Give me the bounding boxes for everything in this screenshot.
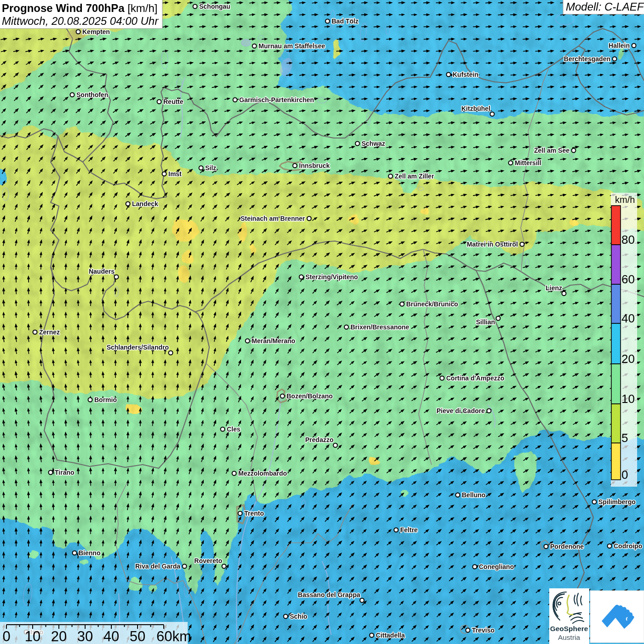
svg-text:Imst: Imst (168, 170, 182, 178)
svg-text:Feltre: Feltre (400, 526, 418, 534)
svg-text:Schio: Schio (290, 613, 307, 620)
svg-text:Landeck: Landeck (132, 200, 158, 207)
svg-text:10: 10 (25, 628, 40, 644)
svg-text:Bormio: Bormio (94, 396, 117, 403)
svg-text:Innsbruck: Innsbruck (299, 162, 330, 169)
svg-text:km/h: km/h (615, 195, 635, 205)
svg-text:Reutte: Reutte (163, 98, 184, 105)
svg-text:Bozen/Bolzano: Bozen/Bolzano (287, 392, 333, 400)
svg-text:Hallein: Hallein (609, 42, 630, 49)
svg-text:Trento: Trento (244, 510, 264, 517)
svg-text:Mittersill: Mittersill (515, 159, 541, 167)
svg-text:Pordenone: Pordenone (550, 543, 584, 550)
svg-text:40: 40 (104, 628, 119, 644)
svg-text:Cittadella: Cittadella (376, 632, 405, 639)
svg-text:Treviso: Treviso (472, 627, 494, 634)
svg-text:Rovereto: Rovereto (194, 557, 222, 564)
svg-text:Codroipo: Codroipo (614, 542, 642, 550)
svg-text:60km: 60km (156, 628, 191, 644)
svg-text:20: 20 (621, 352, 635, 366)
svg-text:Modell: C-LAEF: Modell: C-LAEF (566, 0, 644, 13)
svg-text:Schongau: Schongau (199, 3, 230, 10)
svg-text:Matrei in Osttirol: Matrei in Osttirol (467, 241, 518, 248)
svg-text:Bassano del Grappa: Bassano del Grappa (298, 591, 361, 598)
svg-text:Garmisch-Partenkirchen: Garmisch-Partenkirchen (239, 96, 314, 104)
svg-text:Conegliano: Conegliano (479, 563, 514, 570)
svg-text:Murnau am Staffelsee: Murnau am Staffelsee (259, 42, 325, 50)
svg-text:Silz: Silz (205, 164, 216, 172)
svg-text:0: 0 (621, 468, 628, 482)
svg-text:Kempten: Kempten (82, 28, 110, 35)
svg-text:Bienno: Bienno (79, 549, 100, 557)
svg-text:Sillian: Sillian (476, 318, 495, 326)
svg-text:Mezzolombardo: Mezzolombardo (238, 470, 287, 477)
svg-text:Schwaz: Schwaz (362, 140, 385, 147)
svg-text:10: 10 (621, 392, 635, 406)
svg-text:30: 30 (77, 628, 93, 644)
svg-text:0: 0 (2, 628, 10, 644)
svg-text:Nauders: Nauders (89, 268, 115, 275)
svg-text:5: 5 (621, 431, 628, 445)
svg-text:Lienz: Lienz (546, 284, 562, 292)
svg-text:50: 50 (130, 628, 145, 644)
svg-text:Berchtesgaden: Berchtesgaden (564, 55, 610, 63)
svg-text:Riva del Garda: Riva del Garda (135, 563, 180, 570)
svg-text:40: 40 (621, 311, 635, 325)
svg-text:Prognose Wind 700hPa [km/h]: Prognose Wind 700hPa [km/h] (2, 2, 158, 14)
svg-text:60: 60 (621, 272, 635, 286)
svg-text:Cortina d'Ampezzo: Cortina d'Ampezzo (446, 374, 504, 382)
svg-text:Sterzing/Vipiteno: Sterzing/Vipiteno (305, 273, 358, 281)
svg-text:Austria: Austria (558, 633, 581, 641)
svg-text:Brixen/Bressanone: Brixen/Bressanone (351, 323, 409, 331)
svg-text:20: 20 (51, 628, 67, 644)
svg-text:80: 80 (621, 233, 635, 247)
svg-text:Zell am See: Zell am See (534, 147, 569, 154)
svg-text:Kitzbühel: Kitzbühel (461, 105, 490, 112)
svg-text:Steinach am Brenner: Steinach am Brenner (241, 215, 305, 222)
svg-text:Mittwoch, 20.08.2025 04:00 Uhr: Mittwoch, 20.08.2025 04:00 Uhr (2, 15, 159, 27)
svg-text:Cles: Cles (227, 426, 241, 433)
svg-text:Kufstein: Kufstein (453, 71, 478, 78)
svg-text:Belluno: Belluno (462, 491, 485, 499)
svg-text:Meran/Merano: Meran/Merano (252, 337, 295, 345)
svg-text:Tirano: Tirano (55, 469, 75, 476)
svg-text:Bad Tölz: Bad Tölz (332, 17, 358, 25)
svg-text:Schlanders/Silandro: Schlanders/Silandro (107, 344, 169, 351)
svg-text:Zernez: Zernez (39, 328, 60, 336)
svg-text:GeoSphere: GeoSphere (550, 625, 588, 632)
svg-text:Pieve di Cadore: Pieve di Cadore (437, 407, 485, 414)
svg-text:Predazzo: Predazzo (305, 436, 334, 443)
svg-text:Zell am Ziller: Zell am Ziller (395, 172, 434, 180)
svg-text:Sonthofen: Sonthofen (76, 91, 108, 98)
svg-text:Bruneck/Brunico: Bruneck/Brunico (406, 300, 458, 308)
svg-text:Spilimbergo: Spilimbergo (598, 498, 636, 506)
